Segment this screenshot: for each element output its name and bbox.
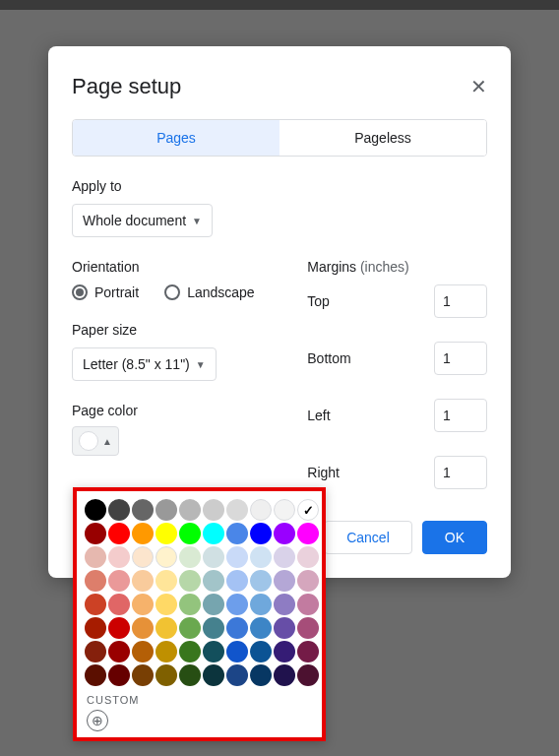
radio-landscape[interactable]: Landscape <box>164 284 255 300</box>
color-swatch[interactable] <box>132 523 154 544</box>
color-swatch[interactable]: ✓ <box>297 499 319 521</box>
color-swatch[interactable] <box>250 594 272 615</box>
color-swatch[interactable] <box>132 499 154 521</box>
color-swatch[interactable] <box>108 641 130 662</box>
color-swatch[interactable] <box>226 499 248 521</box>
color-swatch[interactable] <box>250 641 272 662</box>
color-swatch[interactable] <box>85 523 106 544</box>
paper-size-dropdown[interactable]: Letter (8.5" x 11") ▼ <box>72 347 217 381</box>
color-swatch[interactable] <box>85 617 106 639</box>
color-swatch[interactable] <box>108 664 130 686</box>
color-swatch[interactable] <box>155 641 177 662</box>
color-swatch[interactable] <box>203 664 224 686</box>
ok-button[interactable]: OK <box>422 521 487 554</box>
close-icon[interactable]: ✕ <box>470 77 487 96</box>
color-swatch[interactable] <box>85 546 106 568</box>
color-swatch[interactable] <box>274 570 295 592</box>
margin-left-input[interactable] <box>434 399 487 432</box>
color-swatch[interactable] <box>155 664 177 686</box>
color-swatch[interactable] <box>297 617 319 639</box>
color-swatch[interactable] <box>85 641 106 662</box>
tab-pages[interactable]: Pages <box>73 120 280 156</box>
color-swatch[interactable] <box>297 594 319 615</box>
margin-top-input[interactable] <box>434 284 487 318</box>
margin-bottom-input[interactable] <box>434 342 487 375</box>
color-swatch[interactable] <box>155 617 177 639</box>
color-swatch[interactable] <box>203 546 224 568</box>
color-swatch[interactable] <box>132 617 154 639</box>
apply-to-value: Whole document <box>83 213 186 228</box>
radio-portrait[interactable]: Portrait <box>72 284 139 300</box>
color-swatch[interactable] <box>179 594 201 615</box>
cancel-button[interactable]: Cancel <box>324 521 412 554</box>
color-swatch[interactable] <box>108 523 130 544</box>
color-swatch[interactable] <box>297 641 319 662</box>
color-swatch[interactable] <box>132 664 154 686</box>
tab-pageless[interactable]: Pageless <box>280 120 486 156</box>
color-swatch[interactable] <box>274 641 295 662</box>
color-swatch[interactable] <box>250 546 272 568</box>
color-swatch[interactable] <box>179 523 201 544</box>
color-swatch[interactable] <box>297 664 319 686</box>
color-swatch[interactable] <box>155 570 177 592</box>
color-swatch[interactable] <box>132 546 154 568</box>
color-swatch[interactable] <box>132 641 154 662</box>
color-swatch[interactable] <box>203 499 224 521</box>
color-swatch[interactable] <box>179 664 201 686</box>
color-swatch[interactable] <box>108 594 130 615</box>
color-swatch[interactable] <box>108 617 130 639</box>
margin-right-input[interactable] <box>434 456 487 489</box>
color-swatch[interactable] <box>108 546 130 568</box>
color-swatch[interactable] <box>179 570 201 592</box>
page-color-dropdown[interactable]: ▲ <box>72 426 119 456</box>
color-swatch[interactable] <box>274 523 295 544</box>
color-swatch[interactable] <box>226 664 248 686</box>
color-swatch[interactable] <box>274 546 295 568</box>
color-swatch[interactable] <box>203 523 224 544</box>
margin-right-label: Right <box>307 465 340 480</box>
color-picker-popup: ✓ CUSTOM ⊕ <box>73 487 326 741</box>
color-swatch[interactable] <box>203 641 224 662</box>
color-swatch[interactable] <box>274 499 295 521</box>
color-swatch[interactable] <box>155 546 177 568</box>
color-swatch[interactable] <box>297 546 319 568</box>
color-swatch[interactable] <box>179 546 201 568</box>
color-swatch[interactable] <box>85 664 106 686</box>
color-swatch[interactable] <box>203 594 224 615</box>
color-swatch[interactable] <box>274 664 295 686</box>
add-custom-color-button[interactable]: ⊕ <box>87 710 108 731</box>
color-swatch[interactable] <box>85 499 106 521</box>
paper-size-section: Paper size Letter (8.5" x 11") ▼ <box>72 322 287 381</box>
color-swatch[interactable] <box>250 499 272 521</box>
color-swatch[interactable] <box>179 641 201 662</box>
color-swatch[interactable] <box>226 523 248 544</box>
color-swatch[interactable] <box>226 594 248 615</box>
color-swatch[interactable] <box>179 499 201 521</box>
color-swatch[interactable] <box>155 523 177 544</box>
color-swatch[interactable] <box>85 570 106 592</box>
color-swatch[interactable] <box>226 641 248 662</box>
color-swatch[interactable] <box>132 594 154 615</box>
color-swatch[interactable] <box>250 523 272 544</box>
apply-to-dropdown[interactable]: Whole document ▼ <box>72 204 213 237</box>
color-swatch[interactable] <box>226 570 248 592</box>
color-swatch[interactable] <box>108 570 130 592</box>
color-swatch[interactable] <box>203 570 224 592</box>
color-swatch[interactable] <box>155 594 177 615</box>
color-swatch[interactable] <box>226 617 248 639</box>
color-swatch[interactable] <box>250 664 272 686</box>
color-swatch[interactable] <box>274 617 295 639</box>
color-swatch[interactable] <box>274 594 295 615</box>
color-swatch[interactable] <box>108 499 130 521</box>
color-swatch[interactable] <box>85 594 106 615</box>
color-swatch[interactable] <box>155 499 177 521</box>
color-swatch[interactable] <box>203 617 224 639</box>
color-swatch[interactable] <box>297 523 319 544</box>
color-swatch[interactable] <box>250 570 272 592</box>
color-swatch[interactable] <box>226 546 248 568</box>
color-swatch[interactable] <box>132 570 154 592</box>
color-swatch[interactable] <box>179 617 201 639</box>
color-swatch[interactable] <box>250 617 272 639</box>
color-swatch[interactable] <box>297 570 319 592</box>
orientation-label: Orientation <box>72 259 287 275</box>
